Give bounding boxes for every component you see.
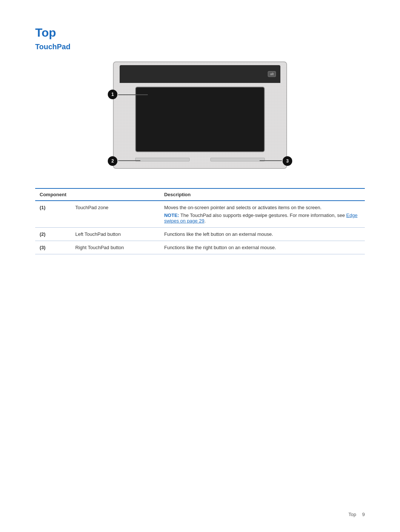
row-description: Functions like the right button on an ex… bbox=[160, 241, 365, 254]
callout-2: 2 bbox=[108, 156, 117, 166]
note-text: The TouchPad also supports edge-swipe ge… bbox=[179, 213, 346, 218]
callout-line-2 bbox=[118, 160, 140, 161]
row-component-name: Right TouchPad button bbox=[71, 241, 160, 254]
callout-line-1 bbox=[118, 94, 148, 95]
left-button-visual bbox=[135, 158, 190, 161]
row-number: (1) bbox=[35, 201, 71, 228]
note-suffix: . bbox=[204, 218, 206, 224]
desc-main-text: Functions like the right button on an ex… bbox=[164, 245, 276, 250]
note-label: NOTE: bbox=[164, 213, 179, 218]
page-title: Top bbox=[35, 26, 365, 40]
touchpad-diagram-wrapper: alt 1 2 3 bbox=[113, 61, 287, 169]
right-button-visual bbox=[210, 158, 265, 161]
page-footer: Top 9 bbox=[349, 512, 365, 517]
table-row: (2)Left TouchPad buttonFunctions like th… bbox=[35, 228, 365, 241]
row-description: Functions like the left button on an ext… bbox=[160, 228, 365, 241]
section-title: TouchPad bbox=[35, 43, 365, 51]
keyboard-top-bar: alt bbox=[120, 65, 280, 83]
footer-top-label: Top bbox=[349, 512, 356, 517]
row-description: Moves the on-screen pointer and selects … bbox=[160, 201, 365, 228]
row-component-name: TouchPad zone bbox=[71, 201, 160, 228]
desc-main-text: Functions like the left button on an ext… bbox=[164, 231, 273, 237]
diagram-container: alt 1 2 3 bbox=[35, 61, 365, 176]
desc-note: NOTE: The TouchPad also supports edge-sw… bbox=[164, 213, 360, 224]
table-row: (3)Right TouchPad buttonFunctions like t… bbox=[35, 241, 365, 254]
row-number: (3) bbox=[35, 241, 71, 254]
callout-line-3 bbox=[260, 160, 282, 161]
callout-1: 1 bbox=[108, 90, 117, 99]
row-component-name: Left TouchPad button bbox=[71, 228, 160, 241]
col-header-description: Description bbox=[160, 188, 365, 201]
col-header-component: Component bbox=[35, 188, 71, 201]
table-header-row: Component Description bbox=[35, 188, 365, 201]
footer-page-number: 9 bbox=[362, 512, 365, 517]
alt-key: alt bbox=[268, 71, 276, 77]
callout-3: 3 bbox=[283, 156, 292, 166]
col-header-name bbox=[71, 188, 160, 201]
table-row: (1)TouchPad zoneMoves the on-screen poin… bbox=[35, 201, 365, 228]
touchpad-buttons-bar bbox=[135, 155, 265, 164]
desc-main-text: Moves the on-screen pointer and selects … bbox=[164, 205, 321, 210]
component-table: Component Description (1)TouchPad zoneMo… bbox=[35, 188, 365, 254]
row-number: (2) bbox=[35, 228, 71, 241]
touchpad-zone bbox=[135, 87, 265, 152]
